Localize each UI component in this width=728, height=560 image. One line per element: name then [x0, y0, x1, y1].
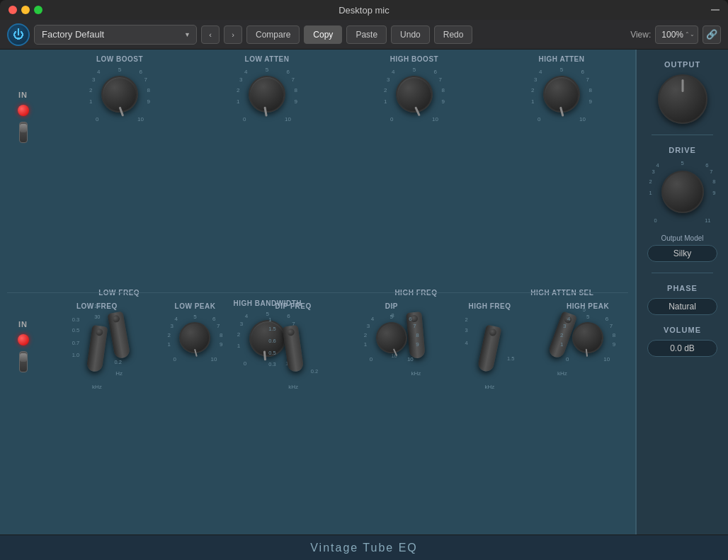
- view-label: View:: [630, 30, 651, 40]
- scale-text: 7: [292, 76, 295, 83]
- low-atten-knob[interactable]: [246, 73, 288, 115]
- link-button[interactable]: 🔗: [703, 25, 721, 44]
- scale-text: 2: [364, 332, 367, 338]
- scale-text: 6: [705, 162, 708, 168]
- scale-text: 5: [266, 67, 268, 73]
- output-model-dropdown[interactable]: Silky: [647, 245, 717, 262]
- maximize-button[interactable]: [34, 6, 42, 14]
- scale-text: 2: [237, 87, 239, 93]
- low-boost-knob[interactable]: [101, 76, 138, 113]
- drive-section: DRIVE 5 6 7 8 9 11 4 3 2 1 0: [644, 146, 721, 224]
- scale-text: 0: [244, 360, 246, 367]
- scale-text: 4: [244, 69, 247, 75]
- close-button[interactable]: [8, 6, 17, 14]
- panel-divider-1: [652, 135, 713, 135]
- low-atten-label: LOW ATTEN: [245, 55, 290, 63]
- scale-text: 9: [220, 341, 222, 348]
- lower-toggle[interactable]: [19, 351, 28, 372]
- scale-text: 1: [649, 190, 652, 196]
- power-button[interactable]: ⏻: [7, 23, 30, 46]
- scale-text: 2: [531, 87, 534, 93]
- undo-button[interactable]: Undo: [391, 25, 430, 44]
- output-model-section: Output Model Silky: [644, 234, 721, 262]
- output-label: OUTPUT: [664, 60, 700, 69]
- toolbar: ⏻ Factory Default ‹ › Compare Copy Paste…: [0, 20, 728, 50]
- drive-knob-wrapper: 5 6 7 8 9 11 4 3 2 1 0: [651, 160, 715, 224]
- scale-text: 2: [560, 332, 563, 338]
- output-knob[interactable]: [658, 74, 707, 124]
- drive-knob[interactable]: [661, 171, 704, 213]
- scale-text: 0: [243, 116, 246, 122]
- low-freq-lower-lever[interactable]: [86, 324, 108, 372]
- power-icon: ⏻: [13, 28, 24, 41]
- high-freq-lower-lever[interactable]: [477, 324, 502, 372]
- prev-button[interactable]: ‹: [201, 25, 220, 44]
- upper-led[interactable]: [18, 105, 29, 116]
- dip-scale: 5 6 7 8 9 10 4 3 2 1 0: [367, 313, 416, 362]
- high-boost-knob[interactable]: [394, 74, 434, 114]
- scale-text: 7: [610, 323, 613, 329]
- scale-text: 4: [371, 316, 374, 322]
- phase-dropdown[interactable]: Natural: [647, 298, 717, 315]
- low-peak-knob[interactable]: [179, 322, 210, 353]
- lower-in-label: IN: [18, 320, 28, 328]
- high-boost-scale: 5 6 7 8 9 10 4 3 2 1 0: [386, 66, 443, 122]
- scale-text: 8: [220, 332, 222, 338]
- upper-toggle[interactable]: [19, 122, 28, 143]
- scale-text: 1: [384, 98, 387, 105]
- minimize-button[interactable]: [21, 6, 30, 14]
- volume-display[interactable]: 0.0 dB: [647, 340, 717, 357]
- scale-text: 0: [370, 356, 372, 362]
- scale-text: 10: [407, 356, 414, 362]
- scale-text: 6: [434, 69, 437, 75]
- view-dropdown[interactable]: 100%: [655, 25, 698, 44]
- dip-knob[interactable]: [373, 320, 409, 356]
- scale-text: 1: [167, 341, 170, 348]
- scale-text: 8: [442, 87, 445, 93]
- link-icon: 🔗: [706, 29, 717, 40]
- scale-text: 1: [237, 343, 240, 349]
- upper-in-label: IN: [18, 91, 28, 99]
- redo-button[interactable]: Redo: [434, 25, 473, 44]
- scale-text: 3: [240, 321, 243, 327]
- scale-text: 4: [174, 316, 177, 322]
- paste-button[interactable]: Paste: [346, 25, 387, 44]
- high-atten-knob[interactable]: [542, 74, 581, 114]
- scale-text: 7: [217, 323, 220, 329]
- scale-text: 4: [656, 162, 659, 168]
- low-boost-scale: 5 6 7 8 9 10 4 3 2 1 0: [91, 66, 148, 122]
- high-peak-knob[interactable]: [570, 320, 605, 355]
- scale-text: 1: [531, 98, 534, 105]
- scale-text: 0: [654, 217, 657, 224]
- next-button[interactable]: ›: [224, 25, 242, 44]
- scale-text: 6: [212, 316, 215, 322]
- scale-text: 5: [681, 160, 683, 166]
- scale-text: 5: [118, 67, 121, 73]
- scale-text: 2: [167, 332, 170, 338]
- preset-dropdown[interactable]: Factory Default: [34, 25, 197, 45]
- low-atten-scale: 5 6 7 8 9 10 4 3 2 1 0: [239, 66, 295, 122]
- high-freq-lower-unit: kHz: [485, 384, 495, 390]
- low-boost-group: LOW BOOST 5 6 7 8 9 10 4 3 2 1 0: [84, 55, 155, 122]
- scale-text: 7: [413, 323, 416, 329]
- scale-text: 7: [439, 76, 442, 83]
- scale-text: 1: [237, 98, 239, 105]
- dip-freq-group: DIP FREQ 1 1.5 0.6 0.5 0.3 0.2: [261, 302, 325, 390]
- scale-text: 10: [432, 116, 438, 122]
- lower-led[interactable]: [18, 334, 29, 345]
- dip-freq-lever-wrapper: 1 1.5 0.6 0.5 0.3 0.2: [268, 313, 318, 384]
- scale-text: 0: [96, 116, 98, 122]
- scale-text: 3: [92, 76, 95, 83]
- titlebar: Desktop mic: [0, 0, 728, 20]
- compare-button[interactable]: Compare: [246, 25, 300, 44]
- scale-text: 2: [89, 87, 92, 93]
- high-atten-scale: 5 6 7 8 9 10 4 3 2 1 0: [533, 66, 590, 122]
- scale-text: 0: [390, 116, 393, 122]
- high-freq-lower-lever-wrapper: 2 3 4 1.5: [465, 313, 514, 384]
- scale-text: 0: [566, 356, 569, 362]
- scale-text: 6: [581, 69, 584, 75]
- dip-freq-unit: kHz: [288, 384, 298, 390]
- copy-button[interactable]: Copy: [304, 25, 342, 44]
- dip-freq-lever[interactable]: [283, 324, 305, 372]
- scale-text: 10: [579, 116, 586, 122]
